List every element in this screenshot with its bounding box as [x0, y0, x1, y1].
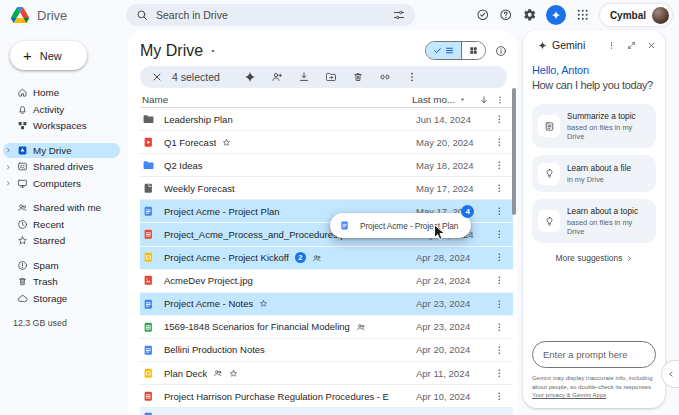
file-name: Plan Deck	[164, 368, 207, 379]
more-options-icon[interactable]	[492, 95, 507, 105]
shared-drive-icon	[16, 161, 29, 172]
more-options-icon[interactable]	[492, 252, 507, 263]
help-icon[interactable]	[499, 8, 513, 22]
selection-toolbar: 4 selected	[140, 66, 507, 88]
details-icon[interactable]	[495, 45, 507, 57]
download-icon[interactable]	[298, 71, 310, 83]
column-name[interactable]: Name	[140, 94, 412, 105]
sidebar-item-home[interactable]: Home	[3, 85, 120, 101]
suggestion-title: Summarize a topic	[567, 111, 650, 121]
sort-direction-icon[interactable]	[476, 95, 492, 105]
more-vert-icon[interactable]	[406, 71, 418, 83]
sidebar-item-spam[interactable]: Spam	[3, 258, 120, 274]
more-options-icon[interactable]	[492, 114, 507, 125]
file-name: Leadership Plan	[164, 114, 233, 125]
file-row-project-acme-project-kickoff[interactable]: Project Acme - Project Kickoff2Apr 28, 2…	[140, 247, 513, 270]
chevron-right-icon[interactable]	[4, 147, 12, 154]
suggestion-card-learn-about-a-topic[interactable]: Learn about a topicbased on files in my …	[532, 199, 656, 243]
more-options-icon[interactable]	[492, 368, 507, 379]
search-filters-icon[interactable]	[393, 9, 405, 21]
folder-move-icon[interactable]	[325, 71, 337, 83]
account-chip[interactable]: Cymbal	[600, 4, 672, 26]
link-icon[interactable]	[379, 71, 391, 83]
column-modified[interactable]: Last mo...	[412, 94, 476, 105]
sidebar-item-activity[interactable]: Activity	[3, 102, 120, 118]
monitor-icon	[16, 178, 29, 189]
chevron-right-icon[interactable]	[4, 164, 12, 171]
clear-selection-icon[interactable]	[151, 71, 163, 83]
trash-icon[interactable]	[352, 71, 364, 83]
chevron-left-icon	[667, 370, 675, 378]
file-row-q1-forecast[interactable]: Q1 ForecastMay 20, 2024	[140, 131, 513, 154]
file-row-partial[interactable]	[140, 408, 513, 415]
sidebar-item-trash[interactable]: Trash	[3, 274, 120, 290]
more-options-icon[interactable]	[492, 391, 507, 402]
suggestion-card-learn-about-a-file[interactable]: Learn about a filein my Drive	[532, 155, 656, 192]
person-add-icon[interactable]	[271, 71, 283, 83]
sidebar-item-storage[interactable]: Storage	[3, 291, 120, 307]
file-row-leadership-plan[interactable]: Leadership PlanJun 14, 2024	[140, 108, 513, 131]
spam-icon	[16, 260, 29, 271]
more-options-icon[interactable]	[492, 229, 507, 240]
sidebar-nav: HomeActivityWorkspacesMy DriveShared dri…	[0, 85, 127, 315]
gemini-badge-icon[interactable]	[546, 5, 566, 25]
top-bar: Drive Search in Drive Cymbal	[0, 0, 679, 30]
file-dark-file-icon	[142, 182, 156, 195]
avatar[interactable]	[652, 7, 669, 24]
offline-status-icon[interactable]	[476, 8, 490, 22]
search-input[interactable]: Search in Drive	[156, 9, 385, 21]
sidebar-item-my-drive[interactable]: My Drive	[3, 143, 120, 159]
more-options-icon[interactable]	[492, 322, 507, 333]
file-row-project-acme-notes[interactable]: Project Acme - NotesApr 23, 2024	[140, 293, 513, 316]
sidebar-item-label: Workspaces	[33, 120, 87, 131]
settings-icon[interactable]	[523, 8, 537, 22]
file-row-plan-deck[interactable]: Plan DeckApr 11, 2024	[140, 362, 513, 385]
sparkle-icon[interactable]	[244, 71, 256, 83]
scrollbar[interactable]	[512, 88, 516, 215]
star-icon	[259, 299, 268, 308]
file-row-project-harrison-purchase-regu[interactable]: Project Harrison Purchase Regulation Pro…	[140, 385, 513, 408]
storage-used-label: 12.3 GB used	[0, 318, 127, 328]
sidebar-item-recent[interactable]: Recent	[3, 217, 120, 233]
sidebar-item-computers[interactable]: Computers	[3, 176, 120, 192]
sidebar-item-starred[interactable]: Starred	[3, 233, 120, 249]
more-options-icon[interactable]	[492, 183, 507, 194]
list-view-icon	[445, 46, 454, 55]
more-options-icon[interactable]	[492, 206, 507, 217]
more-options-icon[interactable]	[492, 275, 507, 286]
apps-grid-icon[interactable]	[576, 8, 590, 22]
more-options-icon[interactable]	[492, 160, 507, 171]
sidebar-item-shared-with-me[interactable]: Shared with me	[3, 200, 120, 216]
new-button[interactable]: + New	[10, 41, 87, 70]
chevron-right-icon[interactable]	[4, 180, 12, 187]
view-toggle	[425, 41, 486, 60]
comment-count-badge: 2	[295, 252, 306, 263]
expand-panel-icon[interactable]	[627, 41, 636, 50]
file-name: Project_Acme_Process_and_Procedures.pdf	[164, 229, 354, 240]
more-options-icon[interactable]	[492, 345, 507, 356]
privacy-link[interactable]: Your privacy & Gemini Apps	[532, 392, 606, 398]
file-modified-date: Apr 23, 2024	[416, 298, 492, 309]
sidebar-item-workspaces[interactable]: Workspaces	[3, 118, 120, 134]
more-options-icon[interactable]	[492, 137, 507, 148]
more-options-icon[interactable]	[492, 299, 507, 310]
page-title[interactable]: My Drive	[140, 42, 217, 60]
more-suggestions-link[interactable]: More suggestions	[532, 253, 656, 263]
file-row-acmedev-project-jpg[interactable]: AcmeDev Project.jpgApr 24, 2024	[140, 270, 513, 293]
sidebar-item-shared-drives[interactable]: Shared drives	[3, 159, 120, 175]
prompt-input[interactable]: Enter a prompt here	[532, 341, 656, 368]
grid-view-button[interactable]	[461, 42, 485, 59]
file-row-1569-1848-scenarios-for-financ[interactable]: 1569-1848 Scenarios for Financial Modeli…	[140, 316, 513, 339]
docs-file-icon	[142, 411, 156, 415]
close-panel-icon[interactable]	[647, 41, 656, 50]
file-row-q2-ideas[interactable]: Q2 IdeasMay 18, 2024	[140, 154, 513, 177]
docs-file-icon	[142, 298, 156, 311]
gemini-more-icon[interactable]	[607, 41, 616, 50]
cloud-icon	[16, 293, 29, 304]
gemini-header: Gemini	[532, 39, 656, 51]
list-view-button[interactable]	[426, 42, 461, 59]
file-row-bellini-production-notes[interactable]: Bellini Production NotesApr 20, 2024	[140, 339, 513, 362]
search-bar[interactable]: Search in Drive	[126, 4, 415, 26]
file-row-weekly-forecast[interactable]: Weekly ForecastMay 17, 2024	[140, 177, 513, 200]
suggestion-card-summarize-a-topic[interactable]: Summarize a topicbased on files in my Dr…	[532, 104, 656, 148]
